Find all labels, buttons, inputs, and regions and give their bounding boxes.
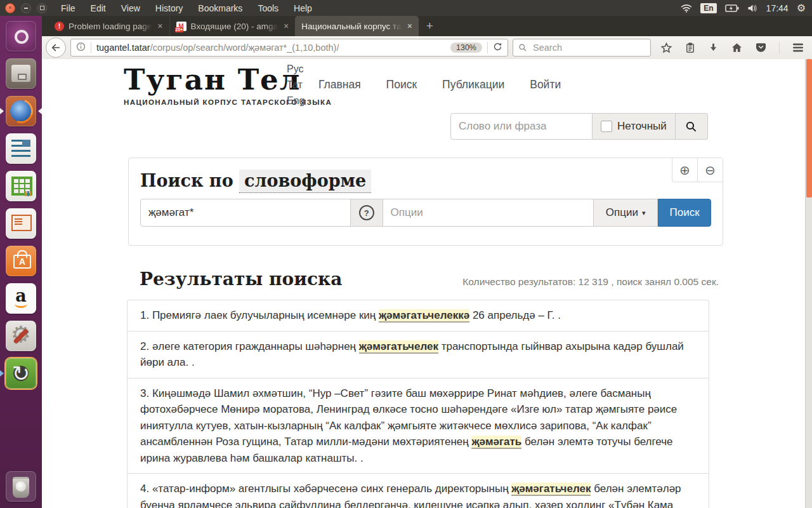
- window-minimize-icon[interactable]: [21, 3, 31, 13]
- focused-arrow-icon: [0, 108, 7, 114]
- menu-history[interactable]: History: [155, 3, 183, 13]
- result-item-2: 2. әлеге категория гражданнары шәһәрнең …: [127, 331, 709, 378]
- nav-item[interactable]: Главная: [318, 78, 361, 91]
- launcher-files-icon[interactable]: [6, 58, 36, 89]
- keyboard-layout-indicator[interactable]: En: [700, 3, 716, 13]
- browser-search-box[interactable]: [513, 39, 651, 57]
- tab-close-icon[interactable]: ×: [407, 21, 412, 31]
- error-icon: !: [55, 22, 64, 31]
- launcher-settings-icon[interactable]: [6, 321, 36, 351]
- session-gear-icon[interactable]: ⚙: [797, 3, 806, 13]
- query-input[interactable]: [140, 199, 351, 227]
- new-tab-button[interactable]: +: [419, 16, 441, 36]
- tab-strip: !Problem loading page×M20+Входящие (20) …: [48, 16, 419, 36]
- fuzzy-option[interactable]: Неточный: [593, 113, 676, 140]
- site-info-icon[interactable]: [76, 42, 86, 54]
- zoom-level-badge[interactable]: 130%: [450, 43, 482, 53]
- downloads-icon[interactable]: [708, 42, 719, 53]
- highlighted-term: җәмәгать: [471, 436, 521, 449]
- tab-close-icon[interactable]: ×: [284, 21, 289, 31]
- collapse-icon[interactable]: ⊖: [697, 158, 723, 182]
- mail-icon: M20+: [176, 22, 187, 31]
- launcher-dash-icon[interactable]: [6, 21, 36, 51]
- browser-window: !Problem loading page×M20+Входящие (20) …: [42, 16, 812, 508]
- quick-search-group: Неточный: [450, 113, 708, 140]
- attention-arrow-icon: [0, 370, 7, 377]
- result-item-4: 4. «татар-информ» агентлыгы хәбәрчесенә …: [127, 473, 709, 508]
- menu-items: FileEditViewHistoryBookmarksToolsHelp: [61, 3, 312, 13]
- lang-рус[interactable]: Рус: [287, 61, 304, 77]
- battery-icon[interactable]: [725, 4, 739, 12]
- volume-icon[interactable]: [747, 4, 758, 13]
- highlighted-term: җәмәгатьчелеккә: [379, 309, 469, 323]
- nav-item[interactable]: Поиск: [386, 78, 417, 91]
- launcher-softcenter-icon[interactable]: [6, 246, 36, 276]
- clock[interactable]: 17:44: [766, 3, 789, 13]
- menu-bookmarks[interactable]: Bookmarks: [198, 3, 242, 13]
- bookmarks-menu-icon[interactable]: [684, 42, 696, 54]
- tab-title: Входящие (20) - amga: [191, 22, 278, 31]
- menu-view[interactable]: View: [121, 3, 140, 13]
- scrollbar-track[interactable]: [805, 59, 812, 508]
- results-list: 1. Премиягә лаек булучыларның исемнәре к…: [127, 300, 709, 508]
- launcher: [0, 16, 42, 508]
- wifi-icon[interactable]: [681, 4, 692, 13]
- fuzzy-checkbox[interactable]: [601, 121, 612, 132]
- launcher-calc-icon[interactable]: [6, 171, 36, 201]
- scrollbar-thumb[interactable]: [806, 59, 812, 197]
- results-header: Результаты поиска Количество результатов…: [140, 269, 719, 290]
- menu-file[interactable]: File: [61, 3, 75, 13]
- lang-eng[interactable]: Eng: [287, 93, 304, 109]
- reload-icon[interactable]: [493, 42, 502, 54]
- menu-hamburger-icon[interactable]: [792, 43, 804, 53]
- bookmark-star-icon[interactable]: [660, 42, 672, 54]
- expand-icon[interactable]: ⊕: [672, 158, 697, 182]
- launcher-firefox-icon[interactable]: [6, 96, 36, 126]
- pocket-icon[interactable]: [755, 42, 767, 53]
- browser-search-input[interactable]: [532, 42, 629, 53]
- tab-3[interactable]: Национальный корпус та×: [295, 16, 419, 36]
- search-icon: [685, 121, 697, 133]
- nav-item[interactable]: Войти: [530, 78, 561, 91]
- global-menubar: × FileEditViewHistoryBookmarksToolsHelp …: [0, 0, 812, 16]
- results-summary: Количество результатов: 12 319 , поиск з…: [462, 276, 719, 288]
- window-maximize-icon[interactable]: [37, 3, 47, 13]
- window-buttons: ×: [5, 3, 47, 13]
- tab-2[interactable]: M20+Входящие (20) - amga×: [169, 16, 296, 36]
- urlbar-divider: [487, 42, 488, 53]
- launcher-trash-icon[interactable]: [6, 471, 36, 502]
- tab-bar: !Problem loading page×M20+Входящие (20) …: [42, 16, 812, 36]
- help-button[interactable]: ?: [351, 199, 383, 227]
- menu-edit[interactable]: Edit: [91, 3, 106, 13]
- panel-title-prefix: Поиск по: [140, 171, 233, 190]
- tab-close-icon[interactable]: ×: [157, 21, 162, 31]
- tab-title: Problem loading page: [69, 22, 152, 31]
- chevron-down-icon: ▾: [642, 209, 646, 217]
- launcher-writer-icon[interactable]: [6, 133, 36, 164]
- home-icon[interactable]: [731, 42, 743, 53]
- launcher-updater-icon[interactable]: [6, 358, 36, 389]
- tab-1[interactable]: !Problem loading page×: [48, 16, 169, 36]
- quick-search-input[interactable]: [450, 113, 593, 140]
- lang-тат[interactable]: Тат: [287, 77, 304, 93]
- nav-item[interactable]: Публикации: [442, 78, 504, 91]
- window-close-icon[interactable]: ×: [5, 3, 15, 13]
- system-tray: En 17:44 ⚙: [681, 3, 806, 13]
- panel-collapse-controls: ⊕ ⊖: [672, 158, 723, 182]
- menu-tools[interactable]: Tools: [258, 3, 278, 13]
- back-button[interactable]: [46, 37, 66, 58]
- result-text: 26 апрельдә – Г. .: [469, 309, 561, 321]
- panel-title-term[interactable]: словоформе: [239, 170, 371, 193]
- options-input[interactable]: [383, 199, 594, 227]
- launcher-amazon-icon[interactable]: [6, 283, 36, 314]
- url-text: tugantel.tatar/corpus/op/search/word/җәм…: [96, 43, 339, 53]
- quick-search-button[interactable]: [676, 113, 708, 140]
- urlbar-divider: [91, 42, 91, 53]
- launcher-impress-icon[interactable]: [6, 208, 36, 239]
- menu-help[interactable]: Help: [294, 3, 312, 13]
- url-bar[interactable]: tugantel.tatar/corpus/op/search/word/җәм…: [70, 39, 508, 57]
- panel-search-button[interactable]: Поиск: [658, 199, 711, 227]
- result-text: 2. әлеге категория гражданнары шәһәрнең: [140, 340, 359, 352]
- desktop: × FileEditViewHistoryBookmarksToolsHelp …: [0, 0, 812, 508]
- options-dropdown-button[interactable]: Опции▾: [594, 199, 658, 227]
